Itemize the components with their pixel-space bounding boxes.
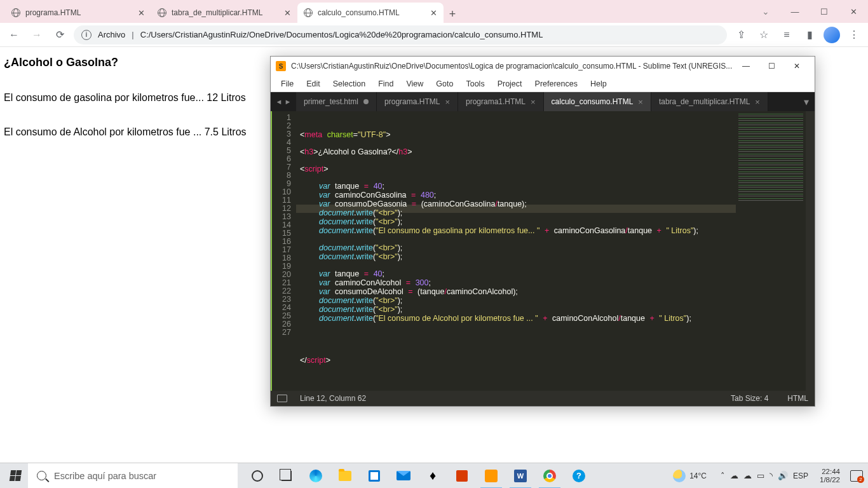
scrollbar[interactable] xyxy=(806,111,815,391)
sublime-taskbar-icon[interactable] xyxy=(477,463,506,489)
menu-goto[interactable]: Goto xyxy=(430,78,459,90)
chevron-down-icon[interactable]: ⌄ xyxy=(751,0,780,23)
reload-button[interactable]: ⟳ xyxy=(51,26,69,44)
clock[interactable]: 22:441/8/22 xyxy=(820,468,840,484)
sublime-menubar: File Edit Selection Find View Goto Tools… xyxy=(271,76,815,92)
status-language[interactable]: HTML xyxy=(787,394,808,403)
edge-icon[interactable] xyxy=(301,463,330,489)
editor-tab-3[interactable]: calculo_consumo.HTML× xyxy=(544,92,651,111)
language-indicator[interactable]: ESP xyxy=(793,471,808,480)
menu-preferences[interactable]: Preferences xyxy=(529,78,584,90)
weather-widget[interactable]: 14°C xyxy=(673,470,707,482)
close-icon[interactable]: × xyxy=(755,97,760,107)
minimize-button[interactable]: — xyxy=(780,0,810,23)
playlist-icon[interactable]: ≡ xyxy=(778,26,796,44)
back-button[interactable]: ← xyxy=(5,26,23,44)
close-button[interactable]: ✕ xyxy=(784,57,810,76)
tab-nav-arrows[interactable]: ◄ ► xyxy=(271,92,296,111)
menu-find[interactable]: Find xyxy=(372,78,400,90)
new-tab-button[interactable]: + xyxy=(444,5,461,23)
url-label: Archivo xyxy=(98,30,125,39)
profile-avatar[interactable] xyxy=(824,27,840,43)
menu-selection[interactable]: Selection xyxy=(327,78,372,90)
tray-chevron-icon[interactable]: ˄ xyxy=(721,471,725,480)
line-gutter: 1234567891011121314151617181920212223242… xyxy=(271,111,296,391)
wifi-icon[interactable]: ◝ xyxy=(770,471,773,480)
window-controls: ⌄ — ☐ ✕ xyxy=(751,0,868,23)
volume-icon[interactable]: 🔊 xyxy=(778,471,788,480)
close-icon[interactable]: × xyxy=(531,97,536,107)
editor-tab-0[interactable]: primer_test.html xyxy=(296,92,377,111)
forward-button[interactable]: → xyxy=(28,26,46,44)
menu-help[interactable]: Help xyxy=(584,78,613,90)
chrome-toolbar: ← → ⟳ i Archivo | C:/Users/CristianAgust… xyxy=(0,23,868,47)
battery-icon[interactable]: ▭ xyxy=(757,471,764,480)
taskbar-search[interactable]: Escribe aquí para buscar xyxy=(28,463,238,489)
star-icon[interactable]: ☆ xyxy=(755,26,773,44)
sublime-titlebar[interactable]: S C:\Users\CristianAgustinRuiz\OneDrive\… xyxy=(271,57,815,76)
tab-title: tabra_de_multiplicar.HTML xyxy=(172,8,262,17)
start-button[interactable] xyxy=(3,463,28,489)
cortana-icon[interactable] xyxy=(243,463,272,489)
help-icon[interactable]: ? xyxy=(564,463,593,489)
maximize-button[interactable]: ☐ xyxy=(810,0,839,23)
close-icon[interactable]: × xyxy=(638,97,643,107)
tab-title: programa.HTML xyxy=(25,8,81,17)
close-icon[interactable]: ✕ xyxy=(138,8,145,18)
weather-icon xyxy=(673,470,686,482)
menu-project[interactable]: Project xyxy=(491,78,529,90)
minimize-button[interactable]: — xyxy=(733,57,759,76)
minimap[interactable] xyxy=(736,111,806,391)
task-view-icon[interactable] xyxy=(272,463,301,489)
sublime-statusbar: Line 12, Column 62 Tab Size: 4 HTML xyxy=(271,391,815,406)
close-icon[interactable]: ✕ xyxy=(284,8,291,18)
sublime-title: C:\Users\CristianAgustinRuiz\OneDrive\Do… xyxy=(291,62,732,71)
maximize-button[interactable]: ☐ xyxy=(759,57,784,76)
menu-view[interactable]: View xyxy=(400,78,430,90)
menu-file[interactable]: File xyxy=(275,78,300,90)
close-icon[interactable]: × xyxy=(445,97,450,107)
sublime-tabbar: ◄ ► primer_test.html programa.HTML× prog… xyxy=(271,92,815,111)
code-area[interactable]: <meta charset="UTF-8"> <h3>¿Alcohol o Ga… xyxy=(296,111,736,391)
info-icon[interactable]: i xyxy=(81,30,92,40)
mail-icon[interactable] xyxy=(389,463,418,489)
address-bar[interactable]: i Archivo | C:/Users/CristianAgustinRuiz… xyxy=(74,25,727,44)
windows-taskbar: Escribe aquí para buscar ♦ W ? 14°C ˄ ☁ … xyxy=(0,463,868,488)
onedrive-icon[interactable]: ☁ xyxy=(743,471,752,480)
status-tabsize[interactable]: Tab Size: 4 xyxy=(731,394,768,403)
dirty-icon xyxy=(363,99,369,104)
close-button[interactable]: ✕ xyxy=(839,0,868,23)
editor-tab-4[interactable]: tabra_de_multiplicar.HTML× xyxy=(651,92,768,111)
chrome-tabstrip: programa.HTML✕ tabra_de_multiplicar.HTML… xyxy=(0,0,868,23)
chrome-taskbar-icon[interactable] xyxy=(535,463,564,489)
status-position[interactable]: Line 12, Column 62 xyxy=(300,394,366,403)
office-icon[interactable] xyxy=(447,463,477,489)
editor-tab-1[interactable]: programa.HTML× xyxy=(377,92,458,111)
browser-tab-1[interactable]: tabra_de_multiplicar.HTML✕ xyxy=(151,3,297,23)
kebab-menu-icon[interactable]: ⋮ xyxy=(845,26,863,44)
browser-tab-2[interactable]: calculo_consumo.HTML✕ xyxy=(297,3,444,23)
menu-edit[interactable]: Edit xyxy=(300,78,327,90)
editor-tab-2[interactable]: programa1.HTML× xyxy=(458,92,544,111)
globe-icon xyxy=(304,8,313,17)
store-icon[interactable] xyxy=(360,463,389,489)
menu-tools[interactable]: Tools xyxy=(459,78,491,90)
search-placeholder: Escribe aquí para buscar xyxy=(54,471,156,481)
browser-tab-0[interactable]: programa.HTML✕ xyxy=(5,3,151,23)
share-icon[interactable]: ⇪ xyxy=(732,26,750,44)
editor-area[interactable]: 1234567891011121314151617181920212223242… xyxy=(271,111,815,391)
dropbox-icon[interactable]: ♦ xyxy=(418,463,447,489)
notifications-icon[interactable]: 2 xyxy=(850,470,863,482)
word-icon[interactable]: W xyxy=(506,463,535,489)
windows-logo-icon xyxy=(9,470,21,481)
close-icon[interactable]: ✕ xyxy=(430,8,437,18)
explorer-icon[interactable] xyxy=(330,463,360,489)
onedrive-icon[interactable]: ☁ xyxy=(730,471,738,480)
system-tray: 14°C ˄ ☁ ☁ ▭ ◝ 🔊 ESP 22:441/8/22 2 xyxy=(673,468,865,484)
panel-icon[interactable] xyxy=(277,395,287,402)
url-text: C:/Users/CristianAgustinRuiz/OneDrive/Do… xyxy=(140,30,543,39)
globe-icon xyxy=(158,8,166,17)
panel-icon[interactable]: ▮ xyxy=(801,26,818,44)
tab-title: calculo_consumo.HTML xyxy=(318,8,400,17)
tab-overflow-icon[interactable]: ▾ xyxy=(798,92,815,111)
